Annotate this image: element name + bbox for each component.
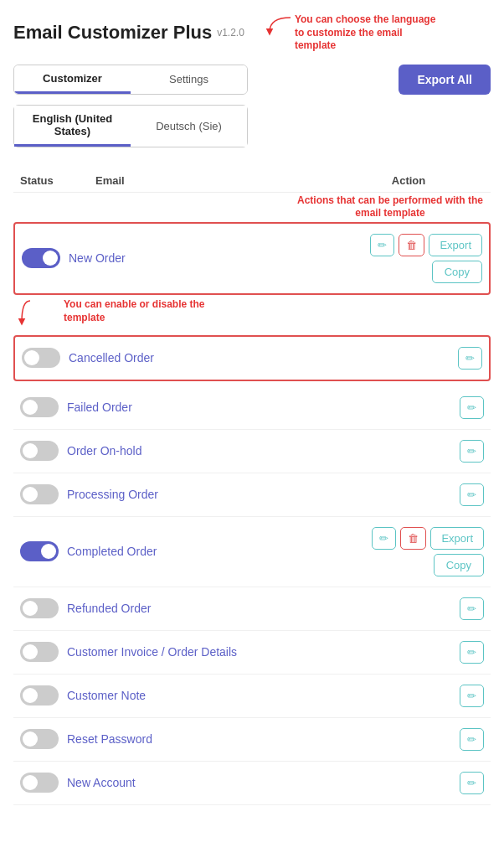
- pencil-icon: [467, 733, 476, 746]
- email-table: New Order Export Copy: [13, 222, 491, 805]
- action-buttons-completed-order: Export Copy: [333, 527, 484, 576]
- action-buttons-reset-password: [333, 728, 484, 751]
- language-annotation-text: You can choose the language to customize…: [295, 13, 445, 53]
- toggle-arrow-icon: [13, 297, 64, 330]
- export-all-button[interactable]: Export All: [399, 65, 491, 95]
- header-action: Action: [333, 174, 484, 187]
- pencil-icon: [379, 532, 388, 545]
- page-header: Email Customizer Plus v1.2.0 You can cho…: [13, 13, 491, 53]
- toggle-reset-password[interactable]: [20, 729, 59, 749]
- edit-button-customer-note[interactable]: [460, 685, 484, 707]
- action-buttons-customer-invoice: [333, 641, 484, 664]
- email-name-refunded-order[interactable]: Refunded Order: [67, 602, 333, 615]
- edit-button-customer-invoice[interactable]: [460, 641, 484, 664]
- table-row: Customer Invoice / Order Details: [13, 631, 491, 675]
- edit-button-cancelled-order[interactable]: [458, 347, 482, 370]
- action-buttons-order-on-hold: [333, 440, 484, 463]
- toggle-new-account[interactable]: [20, 773, 59, 793]
- email-name-reset-password[interactable]: Reset Password: [67, 732, 333, 746]
- toggle-customer-note[interactable]: [20, 685, 59, 706]
- toggle-annotation-text: You can enable or disable the template: [64, 298, 231, 324]
- header-status: Status: [20, 174, 95, 187]
- edit-button-refunded-order[interactable]: [460, 597, 484, 620]
- toggle-cancelled-order[interactable]: [22, 348, 60, 368]
- action-buttons-new-account: [333, 772, 484, 794]
- toggle-order-on-hold[interactable]: [20, 441, 59, 461]
- action-annotation-text: Actions that can be performed with the e…: [290, 194, 491, 220]
- export-button-completed-order[interactable]: Export: [430, 527, 484, 550]
- toggle-customer-invoice[interactable]: [20, 642, 59, 662]
- pencil-icon: [467, 602, 476, 615]
- tab-customizer[interactable]: Customizer: [14, 65, 131, 94]
- delete-button-completed-order[interactable]: [400, 527, 426, 550]
- table-row: Cancelled Order: [13, 335, 491, 381]
- lang-tab-english[interactable]: English (United States): [14, 106, 131, 147]
- language-row: English (United States) Deutsch (Sie): [13, 105, 491, 161]
- toggle-new-order[interactable]: [22, 248, 60, 268]
- table-header-area: Status Email Action Actions that can be …: [13, 169, 491, 220]
- annotation-arrow-icon: [261, 13, 295, 39]
- table-header: Status Email Action: [13, 169, 491, 193]
- email-name-customer-note[interactable]: Customer Note: [67, 689, 333, 702]
- page-title: Email Customizer Plus: [13, 22, 212, 44]
- toggle-completed-order[interactable]: [20, 541, 59, 561]
- toggle-failed-order[interactable]: [20, 397, 59, 417]
- table-row: New Order Export Copy: [13, 222, 491, 295]
- pencil-icon: [467, 401, 476, 414]
- email-name-customer-invoice[interactable]: Customer Invoice / Order Details: [67, 645, 333, 659]
- trash-icon: [408, 532, 419, 545]
- version-label: v1.2.0: [217, 27, 244, 39]
- pencil-icon: [465, 352, 475, 364]
- trash-icon: [406, 239, 417, 251]
- pencil-icon: [467, 488, 476, 501]
- table-row: Reset Password: [13, 718, 491, 762]
- email-name-cancelled-order[interactable]: Cancelled Order: [69, 351, 332, 364]
- action-buttons-failed-order: [333, 396, 484, 419]
- email-name-completed-order[interactable]: Completed Order: [67, 545, 333, 558]
- pencil-icon: [378, 239, 387, 251]
- export-button-new-order[interactable]: Export: [429, 234, 482, 256]
- table-row: Failed Order: [13, 386, 491, 430]
- language-tabs: English (United States) Deutsch (Sie): [13, 105, 248, 147]
- table-row: Order On-hold: [13, 430, 491, 473]
- toggle-refunded-order[interactable]: [20, 598, 59, 618]
- action-buttons-refunded-order: [333, 597, 484, 620]
- main-tabs-row: Customizer Settings Export All: [13, 65, 491, 95]
- edit-button-reset-password[interactable]: [460, 728, 484, 751]
- edit-button-new-account[interactable]: [460, 772, 484, 794]
- toggle-processing-order[interactable]: [20, 484, 59, 504]
- email-name-failed-order[interactable]: Failed Order: [67, 401, 333, 414]
- page-wrapper: Email Customizer Plus v1.2.0 You can cho…: [0, 0, 504, 858]
- pencil-icon: [467, 777, 476, 789]
- pencil-icon: [467, 445, 476, 457]
- delete-button-new-order[interactable]: [399, 234, 424, 256]
- edit-button-order-on-hold[interactable]: [460, 440, 484, 463]
- header-email: Email: [95, 174, 333, 187]
- pencil-icon: [467, 690, 476, 702]
- main-tabs: Customizer Settings: [13, 65, 248, 95]
- edit-button-failed-order[interactable]: [460, 396, 484, 419]
- action-buttons-customer-note: [333, 685, 484, 707]
- email-name-new-order[interactable]: New Order: [69, 251, 332, 265]
- table-row: New Account: [13, 762, 491, 805]
- action-buttons-processing-order: [333, 483, 484, 506]
- email-name-new-account[interactable]: New Account: [67, 776, 333, 789]
- language-annotation: You can choose the language to customize…: [261, 13, 445, 53]
- table-row: Refunded Order: [13, 587, 491, 631]
- copy-button-completed-order[interactable]: Copy: [434, 554, 484, 576]
- edit-button-new-order[interactable]: [370, 234, 394, 256]
- lang-tab-deutsch[interactable]: Deutsch (Sie): [131, 106, 247, 147]
- table-row: Processing Order: [13, 473, 491, 517]
- toggle-annotation: You can enable or disable the template: [13, 297, 491, 330]
- action-annotation: Actions that can be performed with the e…: [13, 194, 491, 220]
- tab-settings[interactable]: Settings: [131, 65, 247, 94]
- table-row: Customer Note: [13, 675, 491, 718]
- copy-button-new-order[interactable]: Copy: [432, 261, 482, 283]
- action-buttons-new-order: Export Copy: [332, 234, 482, 283]
- email-name-processing-order[interactable]: Processing Order: [67, 488, 333, 501]
- edit-button-completed-order[interactable]: [372, 527, 396, 550]
- table-row: Completed Order Export Copy: [13, 517, 491, 587]
- email-name-order-on-hold[interactable]: Order On-hold: [67, 444, 333, 457]
- pencil-icon: [467, 646, 476, 659]
- edit-button-processing-order[interactable]: [460, 483, 484, 506]
